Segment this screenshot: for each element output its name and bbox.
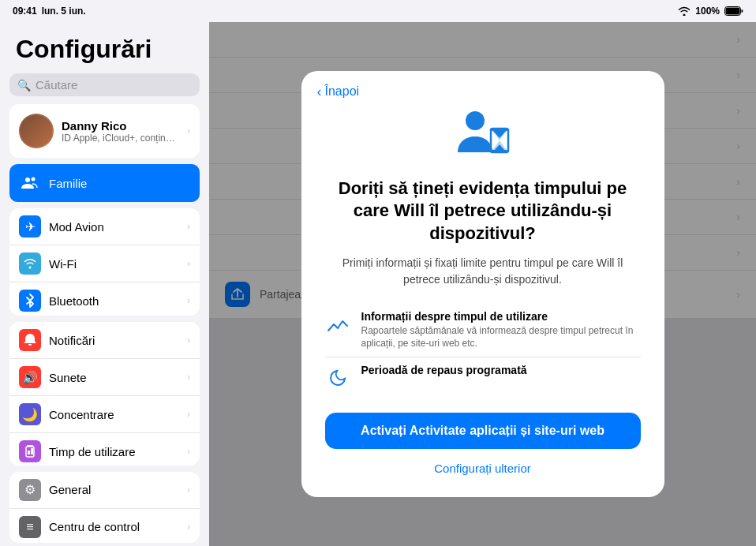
feature-info-desc: Rapoartele săptămânale vă informează des… (361, 324, 641, 351)
time: 09:41 (13, 6, 37, 17)
familie-icon (19, 172, 41, 194)
sidebar-item-notificari[interactable]: Notificări › (9, 322, 200, 359)
general-icon: ⚙ (19, 479, 41, 501)
profile-chevron: › (187, 125, 190, 136)
main-layout: Configurări 🔍 Căutare Danny Rico ID Appl… (0, 22, 756, 546)
avatar (19, 114, 54, 148)
mod-avion-chevron: › (187, 221, 190, 232)
feature-repaus: Perioadă de repaus programată (325, 357, 641, 397)
feature-info-title: Informații despre timpul de utilizare (361, 310, 641, 323)
profile-name: Danny Rico (62, 119, 179, 133)
sidebar-item-bluetooth[interactable]: Bluetooth › (9, 282, 200, 316)
sunete-chevron: › (187, 372, 190, 383)
feature-repaus-title: Perioadă de repaus programată (361, 364, 641, 376)
status-bar-right: 100% (678, 6, 743, 17)
sunete-icon: 🔊 (19, 366, 41, 388)
modal-title: Doriți să țineți evidența timpului pe ca… (325, 178, 641, 245)
bluetooth-chevron: › (187, 295, 190, 306)
wifi-chevron: › (187, 258, 190, 269)
status-bar-left: 09:41 lun. 5 iun. (13, 6, 86, 17)
profile-info: Danny Rico ID Apple, iCloud+, conținut..… (62, 119, 179, 144)
sidebar-item-general[interactable]: ⚙ General › (9, 472, 200, 509)
search-bar[interactable]: 🔍 Căutare (9, 73, 200, 96)
notificari-icon (19, 329, 41, 351)
date: lun. 5 iun. (42, 6, 86, 17)
selected-item-label: Familie (49, 177, 87, 190)
modal-features: Informații despre timpul de utilizare Ra… (325, 304, 641, 398)
centru-control-icon: ≡ (19, 516, 41, 538)
wifi-icon (678, 6, 691, 16)
mod-avion-label: Mod Avion (49, 220, 179, 234)
activate-button[interactable]: Activați Activitate aplicații și site-ur… (325, 413, 641, 449)
profile-subtitle: ID Apple, iCloud+, conținut... (62, 133, 179, 144)
timp-utilizare-icon (19, 440, 41, 462)
general-label: General (49, 483, 179, 496)
sidebar-item-centru-control[interactable]: ≡ Centru de control › (9, 509, 200, 543)
bluetooth-icon (19, 290, 41, 312)
timp-utilizare-chevron: › (187, 446, 190, 457)
modal: ‹ Înapoi (301, 71, 664, 497)
sidebar-section-2: Notificări › 🔊 Sunete › 🌙 Concentrare › (9, 322, 200, 466)
sidebar-item-wifi[interactable]: Wi-Fi › (9, 245, 200, 282)
notificari-label: Notificări (49, 334, 179, 347)
svg-point-2 (25, 178, 30, 182)
mod-avion-icon: ✈ (19, 215, 41, 237)
concentrare-chevron: › (187, 409, 190, 420)
feature-repaus-text: Perioadă de repaus programată (361, 364, 641, 378)
sidebar-item-sunete[interactable]: 🔊 Sunete › (9, 359, 200, 396)
battery-label: 100% (695, 6, 720, 17)
selected-item-familie[interactable]: Familie (9, 164, 200, 202)
concentrare-label: Concentrare (49, 408, 179, 421)
general-chevron: › (187, 484, 190, 496)
modal-back-button[interactable]: ‹ Înapoi (317, 84, 360, 100)
sidebar-title: Configurări (0, 22, 209, 70)
timp-utilizare-label: Timp de utilizare (49, 445, 179, 458)
svg-rect-1 (726, 8, 740, 15)
sidebar-section-3: ⚙ General › ≡ Centru de control › (9, 472, 200, 543)
content-area: › › › › › › › (209, 22, 756, 546)
sunete-label: Sunete (49, 371, 179, 384)
centru-control-label: Centru de control (49, 520, 179, 533)
bluetooth-label: Bluetooth (49, 294, 179, 308)
moon-icon (325, 365, 350, 391)
modal-content: Doriți să țineți evidența timpului pe ca… (301, 107, 664, 497)
sidebar-section-1: ✈ Mod Avion › Wi-Fi › (9, 208, 200, 316)
sidebar-item-mod-avion[interactable]: ✈ Mod Avion › (9, 208, 200, 245)
sidebar-item-timp-utilizare[interactable]: Timp de utilizare › (9, 433, 200, 466)
chart-icon (325, 312, 350, 337)
search-icon: 🔍 (17, 79, 31, 92)
sidebar: Configurări 🔍 Căutare Danny Rico ID Appl… (0, 22, 209, 546)
configure-later-button[interactable]: Configurați ulterior (431, 458, 534, 478)
modal-nav: ‹ Înapoi (301, 71, 664, 107)
svg-rect-6 (28, 451, 30, 454)
svg-point-3 (32, 178, 36, 181)
status-bar: 09:41 lun. 5 iun. 100% (0, 0, 756, 22)
feature-info-text: Informații despre timpul de utilizare Ra… (361, 310, 641, 351)
concentrare-icon: 🌙 (19, 403, 41, 425)
wifi-sidebar-icon (19, 252, 41, 275)
feature-info-utilizare: Informații despre timpul de utilizare Ra… (325, 304, 641, 358)
battery-icon (724, 6, 743, 16)
profile-row[interactable]: Danny Rico ID Apple, iCloud+, conținut..… (9, 104, 200, 158)
notificari-chevron: › (187, 335, 190, 346)
modal-overlay: ‹ Înapoi (209, 22, 756, 546)
back-chevron-icon: ‹ (317, 84, 322, 100)
svg-point-8 (466, 111, 485, 130)
svg-rect-7 (31, 448, 33, 454)
back-label: Înapoi (325, 84, 360, 99)
modal-hero-icon (451, 107, 515, 165)
wifi-label: Wi-Fi (49, 257, 179, 271)
centru-control-chevron: › (187, 522, 190, 533)
search-placeholder: Căutare (36, 78, 77, 92)
modal-subtitle: Primiți informații și fixați limite pent… (325, 255, 641, 288)
sidebar-item-concentrare[interactable]: 🌙 Concentrare › (9, 396, 200, 433)
